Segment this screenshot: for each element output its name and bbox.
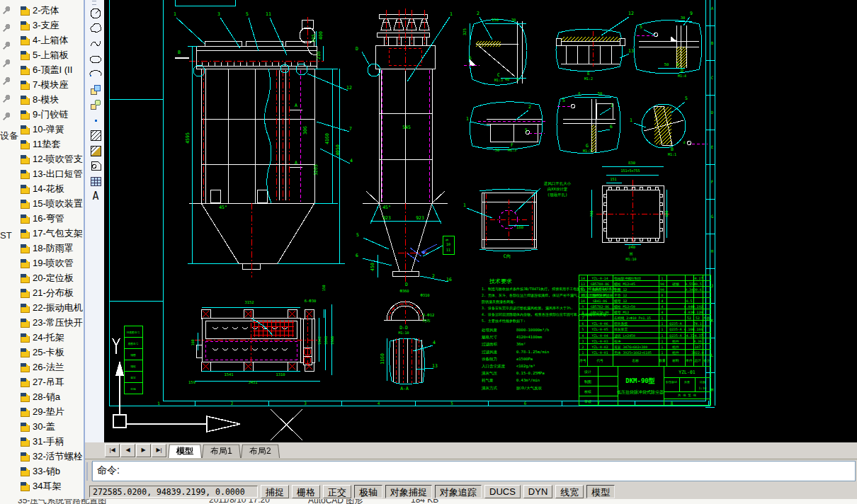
svg-text:审核: 审核 [584,399,591,403]
svg-text:0.192: 0.192 [693,305,703,309]
gradient-icon[interactable] [87,142,103,158]
svg-text:YZL-0-05: YZL-0-05 [591,328,608,331]
file-list-item[interactable]: 26-法兰 [20,360,64,374]
file-list-item[interactable]: 29-垫片 [20,405,64,419]
svg-text:组件: 组件 [672,340,679,343]
svg-text:旧底图总号: 旧底图总号 [127,331,140,334]
table-icon[interactable] [87,173,103,188]
file-list-item[interactable]: 20-定位板 [20,271,74,285]
tab-布局1[interactable]: 布局1 [202,444,241,457]
drawing-canvas[interactable]: 13511B12741054002164595306416032654050AA… [104,0,857,442]
status-toggle-捕捉[interactable]: 捕捉 [261,485,289,498]
file-name-label: 20-定位板 [33,272,74,285]
status-toggle-DUCS[interactable]: DUCS [484,485,521,498]
file-list-item[interactable]: 5-上箱板 [20,48,69,62]
coordinate-readout[interactable]: 272585.0200, 94839.2199, 0.0000 [89,486,258,498]
file-list-item[interactable]: 10-弹簧 [20,122,64,137]
file-list-item[interactable]: 27-吊耳 [20,375,64,389]
svg-text:5: 5 [582,328,584,331]
file-name-label: 22-振动电机 [33,302,83,314]
tab-nav-button[interactable]: ◀ [120,444,135,457]
svg-text:底图总号: 底图总号 [127,342,138,345]
file-list-item[interactable]: 30-盖 [20,420,55,434]
status-toggle-对象捕捉[interactable]: 对象捕捉 [385,485,432,498]
svg-text:Q235-A: Q235-A [669,322,681,326]
file-list-item[interactable]: 2-壳体 [20,4,59,18]
file-list-item[interactable]: 13-出口短管 [20,167,83,181]
dwg-file-icon [20,110,30,120]
text-icon[interactable]: A [87,188,103,203]
svg-text:共 张 第 张: 共 张 第 张 [678,394,697,397]
svg-text:1: 1 [463,202,466,208]
spline-icon[interactable] [87,35,103,51]
tab-nav-button[interactable]: ▶| [152,444,166,457]
tab-模型[interactable]: 模型 [168,444,202,457]
file-list-item[interactable]: 16-弯管 [20,212,64,226]
svg-text:石棉绳 2×Ф10 P=1.15: 石棉绳 2×Ф10 P=1.15 [614,316,651,320]
svg-text:923: 923 [382,215,391,221]
svg-text:GB95-85: GB95-85 [593,294,607,297]
svg-text:5: 5 [562,98,565,103]
file-name-label: 28-销a [33,391,60,403]
svg-text:7: 7 [582,316,584,320]
tab-nav-button[interactable]: |◀ [105,444,120,457]
file-list-item[interactable]: 14-花板 [20,182,64,196]
status-toggle-DYN[interactable]: DYN [523,485,552,498]
file-list-item[interactable]: 17-气包支架 [20,227,83,241]
file-list-item[interactable]: 18-防雨罩 [20,241,74,256]
region-icon[interactable] [87,157,103,173]
svg-text:Q235-A: Q235-A [669,334,681,338]
make-block-icon[interactable] [87,96,103,112]
svg-text:数量: 数量 [659,359,666,362]
file-list-item[interactable]: 34耳架 [20,479,61,493]
file-list-item[interactable]: 22-振动电机 [20,301,83,315]
svg-text:H: H [630,251,632,257]
file-name-label: 32-活节螺栓 [33,450,83,463]
dwg-file-icon [20,95,30,105]
file-list-item[interactable]: 28-销a [20,390,60,404]
file-list-item[interactable]: 32-活节螺栓 [20,449,83,464]
insert-block-icon[interactable] [87,81,103,97]
ellipse-arc-icon[interactable] [87,66,103,81]
status-toggle-模型[interactable]: 模型 [586,485,615,498]
file-list-item[interactable]: 9-门铰链 [20,108,69,122]
svg-text:9: 9 [582,305,584,309]
svg-text:1942: 1942 [317,336,322,345]
hatch-icon[interactable] [87,127,103,142]
status-toggle-线宽[interactable]: 线宽 [555,485,584,498]
svg-text:D: D [356,46,358,52]
status-toggle-极轴[interactable]: 极轴 [354,485,382,498]
ellipse-icon[interactable] [87,51,103,67]
svg-text:E: E [711,144,714,149]
file-list-item[interactable]: 24-托架 [20,331,64,345]
svg-text:160: 160 [191,339,195,345]
svg-text:≤1500Pa: ≤1500Pa [516,357,533,361]
file-list-item[interactable]: 31-手柄 [20,435,64,449]
tab-nav-button[interactable]: ▶ [136,444,151,457]
circle-icon[interactable] [87,5,103,21]
command-input[interactable]: 命令: [92,461,856,481]
revision-cloud-icon[interactable] [87,21,103,36]
file-list-item[interactable]: 23-常压快开 [20,316,83,330]
file-list-item[interactable]: 3-支座 [20,18,59,33]
point-icon[interactable] [87,112,103,127]
file-list-item[interactable]: 19-喷吹管 [20,256,74,270]
svg-text:1: 1 [611,103,613,108]
file-list-item[interactable]: 8-模块 [20,93,59,107]
draw-toolbar: A [85,0,105,442]
status-toggle-栅格[interactable]: 栅格 [292,485,320,498]
file-list-item[interactable]: 6-顶盖I (II [20,63,72,77]
file-list-item[interactable]: 4-上箱体 [20,33,69,47]
file-list-item[interactable]: 12-喷吹管支 [20,152,83,166]
file-list-item[interactable]: 11垫套 [20,137,61,151]
status-toggle-正交[interactable]: 正交 [323,485,351,498]
file-list-item[interactable]: 25-卡板 [20,345,64,360]
file-list-item[interactable]: 7-模块座 [20,78,69,92]
dwg-file-icon [20,318,30,328]
status-toggle-对象追踪[interactable]: 对象追踪 [435,485,482,498]
svg-text:1: 1 [662,328,664,331]
file-list-item[interactable]: 15-喷吹装置 [20,197,83,211]
file-list-item[interactable]: 21-分布板 [20,286,74,300]
file-list-item[interactable]: 33-销b [20,464,60,479]
tab-布局2[interactable]: 布局2 [241,444,280,457]
